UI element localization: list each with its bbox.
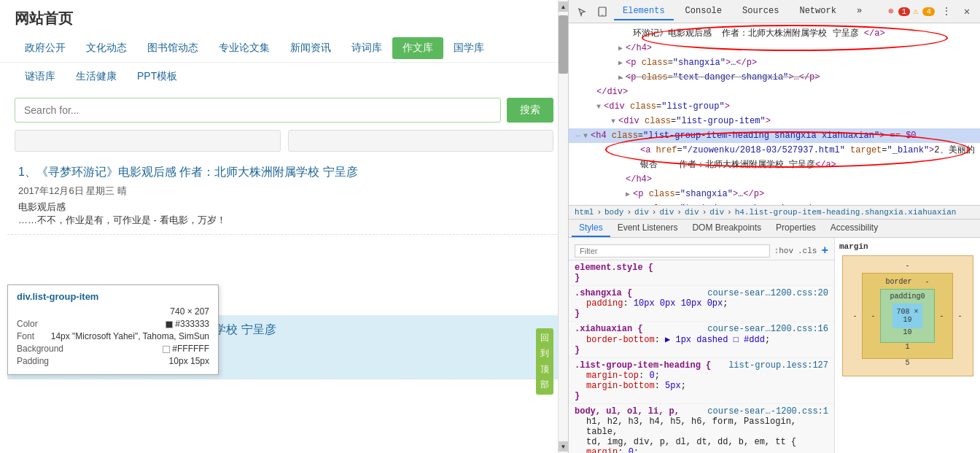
nav-item-poetry[interactable]: 诗词库 <box>341 37 392 59</box>
devtools-tab-elements[interactable]: Elements <box>614 3 674 20</box>
html-line-6: ▼<div class="list-group"> <box>569 99 980 114</box>
nav-item-health[interactable]: 生活健康 <box>66 66 127 88</box>
css-prop-padding: padding: 10px 0px 10px 0px; <box>575 298 828 309</box>
styles-tabs: Styles Event Listeners DOM Breakpoints P… <box>569 220 980 238</box>
css-source-body[interactable]: course-sear…-1200.css:1 <box>707 406 828 417</box>
devtools-toolbar: Elements Console Sources Network » ⊗ 1 ⚠… <box>569 0 980 23</box>
box-inner-10: 10 <box>884 328 932 336</box>
nav-item-news[interactable]: 新闻资讯 <box>280 37 341 59</box>
scroll-down-btn[interactable]: ▼ <box>559 441 569 452</box>
breadcrumb-div2[interactable]: div <box>659 208 674 217</box>
styles-tab-accessibility[interactable]: Accessibility <box>823 220 885 237</box>
back-label-4: 部 <box>540 378 549 392</box>
css-prop-border-bottom: border-bottom: ▶ 1px dashed □ #ddd; <box>575 334 828 345</box>
search-button[interactable]: 搜索 <box>507 98 553 123</box>
tooltip-font-row: Font 14px "Microsoft Yahei", Tahoma, Sim… <box>17 331 209 341</box>
nav-item-gov[interactable]: 政府公开 <box>15 37 76 59</box>
breadcrumb-sep-1: › <box>596 208 602 217</box>
nav-item-ppt[interactable]: PPT模板 <box>127 66 187 88</box>
box-padding-label: padding0 <box>884 293 932 301</box>
tooltip-font-label: Font <box>17 331 34 341</box>
styles-tab-event-listeners[interactable]: Event Listeners <box>610 220 685 237</box>
styles-tab-properties[interactable]: Properties <box>769 220 823 237</box>
css-source-xiahuaxian[interactable]: course-sear…1200.css:16 <box>707 324 828 334</box>
filter-cls-btn[interactable]: .cls <box>798 247 817 255</box>
back-label-1: 回 <box>540 331 549 345</box>
box-margin-right: - <box>953 312 966 320</box>
site-title: 网站首页 <box>0 0 568 34</box>
html-line-11: </h4> <box>569 172 980 187</box>
html-line-9: <a href="/zuowenku/2018-03/527937.html" … <box>569 143 980 158</box>
devtools-close-btn[interactable]: ✕ <box>958 3 976 20</box>
box-margin-top: - <box>849 262 967 270</box>
html-h4-highlighted: ▼<h4 class="list-group-item-heading shan… <box>583 129 917 142</box>
html-ellipsis: … <box>576 129 580 140</box>
nav-item-classics[interactable]: 国学库 <box>443 37 494 59</box>
css-rules-panel: :hov .cls + element.style { } .shangxia … <box>569 238 834 453</box>
breadcrumb-sep-5: › <box>702 208 707 217</box>
styles-tab-styles[interactable]: Styles <box>572 220 610 237</box>
css-selector-element: element.style { <box>575 263 653 273</box>
scroll-up-btn[interactable]: ▲ <box>559 1 569 12</box>
filter-box-2[interactable] <box>288 130 554 152</box>
filter-box-1[interactable] <box>15 130 281 152</box>
css-selector-element-close: } <box>575 273 580 283</box>
html-line-3: ▶<p class="shangxia">…</p> <box>569 55 980 70</box>
search-input[interactable] <box>15 98 501 123</box>
nav-item-culture[interactable]: 文化动态 <box>76 37 137 59</box>
breadcrumb-div3[interactable]: div <box>685 208 699 217</box>
breadcrumb-body[interactable]: body <box>604 208 623 217</box>
nav-item-riddles[interactable]: 谜语库 <box>15 66 66 88</box>
css-prop-margin-top: margin-top: 0; <box>575 371 828 381</box>
page-scrollbar[interactable]: ▲ ▼ <box>558 0 568 453</box>
breadcrumb: html › body › div › div › div › div › h4… <box>569 206 980 220</box>
scroll-thumb[interactable] <box>559 15 568 74</box>
html-h4-close: </h4> <box>626 173 652 186</box>
css-prop-margin-bottom: margin-bottom: 5px; <box>575 381 828 391</box>
article-title-1[interactable]: 1、《寻梦环游记》电影观后感 作者：北师大株洲附属学校 宁呈彦 <box>18 165 550 180</box>
tooltip-color-label: Color <box>17 319 38 329</box>
tooltip-bg-label: Background <box>17 344 63 354</box>
select-element-btn[interactable] <box>573 3 591 20</box>
scroll-track[interactable] <box>559 12 568 441</box>
css-selector-body: body, ul, ol, li, p, <box>575 406 680 417</box>
box-border-sides: - padding0 708 × 19 <box>867 289 949 343</box>
devtools-tab-sources[interactable]: Sources <box>734 3 788 20</box>
css-selector-list-heading-close: } <box>575 391 580 401</box>
devtools-tab-console[interactable]: Console <box>677 3 731 20</box>
article-date-1: 2017年12月6日 星期三 晴 <box>18 185 550 198</box>
breadcrumb-html[interactable]: html <box>575 208 594 217</box>
box-border-right: - <box>935 312 948 320</box>
css-rule-shangxia: .shangxia { course-sear…1200.css:20 padd… <box>569 286 834 322</box>
css-source-list-heading[interactable]: list-group.less:127 <box>728 360 828 371</box>
css-selector-shangxia-close: } <box>575 309 580 319</box>
devtools-tab-network[interactable]: Network <box>790 3 844 20</box>
filter-hov-btn[interactable]: :hov <box>774 247 793 255</box>
tooltip-bg-row: Background #FFFFFF <box>17 344 209 354</box>
devtools-tab-more[interactable]: » <box>848 3 871 20</box>
back-to-top-widget[interactable]: 回 到 顶 部 <box>536 328 553 395</box>
tooltip-padding-row: Padding 10px 15px <box>17 356 209 366</box>
device-toggle-btn[interactable] <box>594 3 611 20</box>
devtools-settings-btn[interactable]: ⋮ <box>938 3 955 20</box>
nav-item-library[interactable]: 图书馆动态 <box>137 37 209 59</box>
article-item-1[interactable]: 1、《寻梦环游记》电影观后感 作者：北师大株洲附属学校 宁呈彦 2017年12月… <box>7 158 561 235</box>
html-panel: 环游记》电影观后感 作者：北师大株洲附属学校 宁呈彦 </a> ▶</h4> ▶… <box>569 23 980 206</box>
styles-tab-dom-breakpoints[interactable]: DOM Breakpoints <box>685 220 769 237</box>
breadcrumb-div4[interactable]: div <box>709 208 724 217</box>
css-source-shangxia[interactable]: course-sear…1200.css:20 <box>707 288 828 298</box>
css-rule-list-group-heading: .list-group-item-heading { list-group.le… <box>569 358 834 404</box>
nav-item-papers[interactable]: 专业论文集 <box>209 37 280 59</box>
css-prop-margin-reset: margin: 0; <box>575 447 828 453</box>
html-div-list-group-item: ▼<div class="list-group-item"> <box>611 115 771 128</box>
sub-nav: 谜语库 生活健康 PPT模板 <box>0 63 568 90</box>
warn-icon: ⚠ <box>913 6 918 17</box>
breadcrumb-div1[interactable]: div <box>634 208 649 217</box>
error-badge: 1 <box>898 7 911 16</box>
breadcrumb-sep-2: › <box>626 208 631 217</box>
filter-add-btn[interactable]: + <box>821 244 828 258</box>
styles-filter-input[interactable] <box>575 244 770 258</box>
breadcrumb-h4[interactable]: h4.list-group-item-heading.shangxia.xiah… <box>735 208 957 217</box>
nav-item-essays[interactable]: 作文库 <box>392 37 443 59</box>
html-line-8[interactable]: … ▼<h4 class="list-group-item-heading sh… <box>569 128 980 143</box>
